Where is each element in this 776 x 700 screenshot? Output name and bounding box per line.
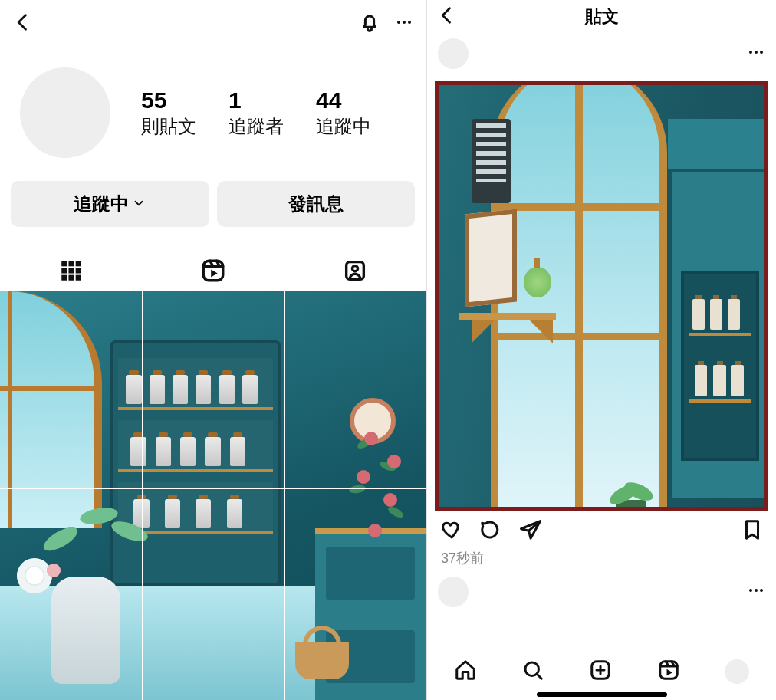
nav-reels-icon[interactable] (657, 659, 680, 685)
nav-profile-avatar[interactable] (725, 659, 749, 684)
post-actions (427, 511, 776, 546)
grid-icon (58, 258, 84, 284)
stat-following[interactable]: 44 追蹤中 (316, 87, 371, 139)
svg-rect-9 (61, 275, 67, 281)
profile-topbar (0, 0, 426, 44)
profile-stats: 55 則貼文 1 追蹤者 44 追蹤中 (141, 87, 371, 139)
svg-rect-7 (68, 268, 74, 273)
save-icon[interactable] (741, 518, 764, 544)
profile-tabs (0, 250, 426, 291)
stat-following-label: 追蹤中 (316, 114, 371, 139)
stat-posts-count: 55 (141, 87, 196, 114)
svg-rect-8 (75, 268, 81, 273)
post-timestamp: 37秒前 (427, 546, 776, 575)
svg-rect-11 (75, 275, 81, 281)
like-icon[interactable] (439, 518, 462, 544)
svg-point-14 (352, 266, 357, 271)
following-button-label: 追蹤中 (74, 192, 129, 216)
svg-point-0 (397, 21, 400, 24)
svg-point-20 (760, 589, 763, 592)
avatar[interactable] (438, 38, 469, 69)
post-topbar: 貼文 (427, 0, 776, 34)
profile-screen: 55 則貼文 1 追蹤者 44 追蹤中 追蹤中 發訊息 (0, 0, 426, 700)
post-screen: 貼文 (426, 0, 776, 700)
next-post-header (427, 575, 776, 607)
avatar[interactable] (20, 67, 110, 158)
nav-create-icon[interactable] (589, 659, 612, 685)
svg-rect-3 (61, 261, 67, 266)
stat-following-count: 44 (316, 87, 371, 114)
stat-followers[interactable]: 1 追蹤者 (229, 87, 284, 139)
share-icon[interactable] (519, 518, 542, 544)
stat-posts[interactable]: 55 則貼文 (141, 87, 196, 139)
tab-grid[interactable] (0, 250, 142, 291)
stat-followers-count: 1 (229, 87, 284, 114)
tab-reels[interactable] (142, 250, 284, 291)
message-button[interactable]: 發訊息 (217, 181, 416, 227)
comment-icon[interactable] (479, 518, 502, 544)
nav-home-icon[interactable] (454, 659, 477, 685)
stat-posts-label: 則貼文 (141, 114, 196, 139)
svg-rect-5 (75, 261, 81, 266)
more-icon[interactable] (747, 43, 765, 64)
more-icon[interactable] (747, 581, 765, 603)
post-header (427, 34, 776, 75)
avatar[interactable] (438, 577, 469, 607)
svg-point-1 (403, 21, 406, 24)
post-image[interactable] (435, 81, 768, 511)
back-icon[interactable] (12, 12, 34, 36)
svg-point-17 (760, 51, 763, 54)
back-icon[interactable] (436, 5, 467, 29)
page-title: 貼文 (467, 5, 736, 28)
svg-rect-10 (68, 275, 74, 281)
svg-point-2 (408, 21, 411, 24)
nav-search-icon[interactable] (521, 659, 544, 685)
posts-grid[interactable] (0, 291, 426, 700)
profile-actions: 追蹤中 發訊息 (0, 181, 426, 233)
message-button-label: 發訊息 (288, 192, 344, 216)
svg-rect-4 (68, 261, 74, 266)
home-indicator (537, 692, 667, 697)
svg-point-18 (749, 589, 752, 592)
svg-rect-6 (61, 268, 67, 273)
following-button[interactable]: 追蹤中 (11, 181, 209, 227)
svg-point-16 (755, 51, 758, 54)
bottom-nav (427, 652, 776, 688)
tagged-icon (342, 258, 368, 284)
grid-image (0, 291, 426, 700)
stat-followers-label: 追蹤者 (229, 114, 284, 139)
reels-icon (200, 258, 226, 284)
svg-point-19 (755, 589, 758, 592)
profile-header: 55 則貼文 1 追蹤者 44 追蹤中 (0, 44, 426, 181)
tab-tagged[interactable] (284, 250, 426, 291)
more-icon[interactable] (395, 13, 413, 35)
svg-point-15 (749, 51, 752, 54)
chevron-down-icon (132, 193, 146, 215)
notifications-icon[interactable] (358, 11, 381, 37)
